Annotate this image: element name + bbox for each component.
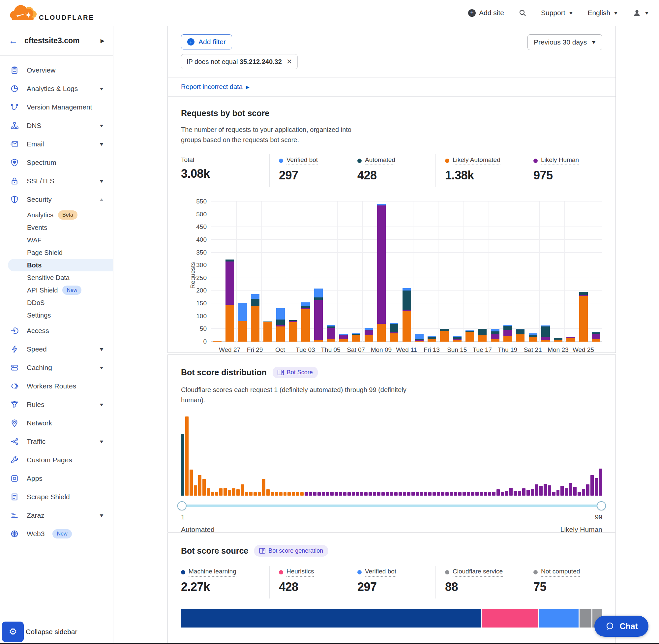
sidebar-item-network[interactable]: Network [0,414,113,432]
bar-tue-03[interactable] [299,202,312,342]
sidebar-item-email[interactable]: Email▼ [0,135,113,153]
close-icon[interactable]: ✕ [286,58,292,66]
sidebar-item-workers-routes[interactable]: Workers Routes [0,377,113,395]
sidebar-item-ddos[interactable]: DDoS [0,296,113,309]
sidebar-item-version-management[interactable]: Version Management [0,98,113,116]
filter-chip[interactable]: IP does not equal 35.212.240.32 ✕ [181,54,298,69]
stat-label[interactable]: Automated [365,156,395,165]
quick-settings-button[interactable]: ⚙ [2,622,24,642]
sidebar-item-security[interactable]: Security▲ [0,190,113,209]
sidebar-item-speed[interactable]: Speed▼ [0,340,113,359]
bot-score-docs-badge[interactable]: Bot Score [273,367,318,378]
bot-score-generation-docs-badge[interactable]: Bot score generation [254,545,328,557]
support-menu[interactable]: Support ▼ [541,9,573,17]
back-arrow-icon[interactable]: ← [8,36,18,46]
bar-mon-02[interactable] [287,202,299,342]
bar-tue-24[interactable] [564,202,577,342]
sidebar-item-sensitive-data[interactable]: Sensitive Data [0,271,113,284]
bar-fri-29[interactable] [249,202,261,342]
slider-track[interactable] [181,505,602,507]
chart-plot-area[interactable] [211,202,602,342]
bar-tue-10[interactable] [388,202,400,342]
bar-thu-05[interactable] [325,202,337,342]
slider-handle-min[interactable] [178,501,187,510]
search-button[interactable] [519,9,526,17]
chevron-right-icon[interactable]: ▶ [100,38,104,44]
bar-mon-23[interactable] [552,202,564,342]
slider-handle-max[interactable] [597,501,606,510]
sidebar-item-events[interactable]: Events [0,221,113,234]
sidebar-item-api-shield[interactable]: API ShieldNew [0,284,113,296]
source-segment-heuristics[interactable] [481,609,538,627]
stat-label[interactable]: Likely Automated [453,156,500,165]
sidebar-item-custom-pages[interactable]: Custom Pages [0,451,113,469]
stat-label[interactable]: Verified bot [365,568,396,577]
bar-wed-27[interactable] [223,202,236,342]
sidebar-item-apps[interactable]: Apps [0,469,113,488]
bar-sun-08[interactable] [362,202,375,342]
bar-thu-19[interactable] [501,202,514,342]
stat-label[interactable]: Verified bot [286,156,318,165]
bot-score-histogram[interactable] [181,416,602,496]
bar-sat-07[interactable] [350,202,362,342]
account-menu[interactable]: ▼ [633,8,649,17]
language-menu[interactable]: English ▼ [587,9,618,17]
bar-sun-22[interactable] [539,202,552,342]
stat-label[interactable]: Heuristics [286,568,314,577]
sidebar-item-caching[interactable]: Caching▼ [0,359,113,377]
bar-sat-30[interactable] [261,202,274,342]
sidebar-item-access[interactable]: Access [0,322,113,340]
stat-label[interactable]: Machine learning [189,568,236,577]
source-segment-verified-bot[interactable] [539,609,579,627]
bar-mon-09[interactable] [375,202,388,342]
sidebar-item-dns[interactable]: DNS▼ [0,116,113,135]
sidebar-item-overview[interactable]: Overview [0,61,113,79]
sidebar-item-scrape-shield[interactable]: Scrape Shield [0,488,113,506]
bar-sat-21[interactable] [526,202,539,342]
stat-label[interactable]: Cloudflare service [453,568,503,577]
bar-fri-06[interactable] [337,202,350,342]
bar-tue-26[interactable] [211,202,223,342]
chat-button[interactable]: Chat [594,616,649,637]
time-range-dropdown[interactable]: Previous 30 days ▼ [527,34,602,50]
bar-wed-04[interactable] [312,202,324,342]
sidebar-item-ssl-tls[interactable]: SSL/TLS▼ [0,172,113,190]
bar-tue-17[interactable] [476,202,489,342]
bar-wed-25[interactable] [577,202,590,342]
add-site-button[interactable]: + Add site [468,9,504,17]
sidebar-item-label: DNS [27,122,41,130]
collapse-sidebar-button[interactable]: Collapse sidebar [26,628,77,636]
sidebar-item-analytics-logs[interactable]: Analytics & Logs▼ [0,79,113,98]
sidebar-item-bots[interactable]: Bots [8,259,113,271]
sidebar-item-analytics[interactable]: AnalyticsBeta [0,209,113,221]
bar-sun-15[interactable] [451,202,464,342]
source-segment-cloudflare-service[interactable] [580,609,591,627]
report-incorrect-data-link[interactable]: Report incorrect data ▶ [181,83,250,91]
bar-thu-28[interactable] [236,202,249,342]
bar-fri-13[interactable] [426,202,438,342]
sidebar-item-zaraz[interactable]: Zaraz▼ [0,506,113,525]
sidebar-item-rules[interactable]: Rules▼ [0,395,113,414]
sidebar-item-waf[interactable]: WAF [0,234,113,246]
bar-segment-likely-automated [529,337,537,342]
bar-mon-16[interactable] [464,202,476,342]
stat-label[interactable]: Not computed [541,568,580,577]
bar-wed-18[interactable] [489,202,501,342]
bar-sat-14[interactable] [438,202,451,342]
sidebar-item-page-shield[interactable]: Page Shield [0,246,113,259]
bar-fri-20[interactable] [514,202,526,342]
sidebar-item-web3[interactable]: Web3New [0,525,113,543]
sidebar-item-spectrum[interactable]: Spectrum [0,153,113,172]
bar-thu-12[interactable] [413,202,426,342]
add-filter-button[interactable]: + Add filter [181,34,232,49]
site-selector[interactable]: ← cftestsite3.com ▶ [0,26,113,56]
stat-label[interactable]: Likely Human [541,156,579,165]
cloudflare-logo[interactable]: CLOUDFLARE [10,4,94,21]
bar-thu-26[interactable] [590,202,602,342]
source-segment-machine-learning[interactable] [181,609,481,627]
sidebar-item-traffic[interactable]: Traffic▼ [0,432,113,451]
bar-wed-11[interactable] [400,202,413,342]
sidebar-item-label: Zaraz [27,511,45,519]
bar-oct-01[interactable] [274,202,286,342]
sidebar-item-settings[interactable]: Settings [0,309,113,322]
